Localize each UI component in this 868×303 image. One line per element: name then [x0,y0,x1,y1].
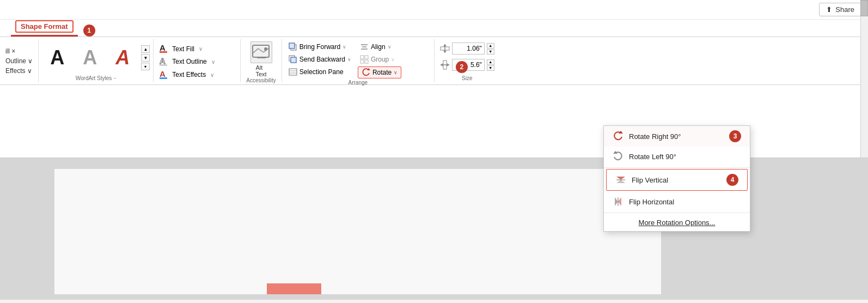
arrange-top: Bring Forward ∨ Send Backward ∨ [286,41,430,78]
rotate-left-label: Rotate Left 90° [629,153,676,161]
rotate-button[interactable]: Rotate ∨ [358,66,401,78]
text-effects-label: Text Effects [172,71,206,78]
svg-text:A: A [160,69,166,78]
bring-forward-chevron: ∨ [343,44,346,50]
text-outline-item[interactable]: A Text Outline ∨ [159,56,235,68]
svg-rect-5 [160,77,167,79]
svg-text:A: A [160,43,166,52]
wordart-scroll-open[interactable]: ▾ [141,63,150,70]
rotate-dropdown-menu: Rotate Right 90° 3 Rotate Left 90° Fli [603,125,750,232]
send-backward-icon [289,55,297,64]
arrange-col-1: Bring Forward ∨ Send Backward ∨ [286,41,353,77]
badge-2: 2 [456,61,468,73]
svg-marker-29 [443,51,447,53]
text-fill-item[interactable]: A Text Fill ∨ [159,43,235,55]
wordart-scroll: ▲ ▼ ▾ [141,45,150,70]
rotate-right-item[interactable]: Rotate Right 90° 3 [604,126,750,147]
wordart-expand-icon[interactable]: ⌐ [114,76,117,81]
text-options-group: A Text Fill ∨ A Text Outline ∨ [154,39,241,82]
selection-pane-button[interactable]: Selection Pane [286,66,353,77]
wordart-letter-black[interactable]: A [42,43,72,73]
red-accent [267,283,321,294]
accessibility-group: AltText Accessibility [241,39,282,82]
wordart-label-text: WordArt Styles [76,75,112,81]
tab-bar: Shape Format 1 [0,20,868,37]
rotate-right-icon [613,131,624,142]
share-label: Share [835,5,854,14]
group-icon [360,55,369,64]
wordart-letter-orange[interactable]: A [107,43,138,73]
tab-shape-format[interactable]: Shape Format [11,18,78,37]
height-increment[interactable]: ▲ [487,43,494,49]
effects-partial-label[interactable]: Effects ∨ [5,66,33,76]
rotate-left-item[interactable]: Rotate Left 90° [604,147,750,166]
rotate-icon [362,68,370,77]
ribbon-scroll-thumb[interactable] [860,0,868,16]
group-button[interactable]: Group ∨ [358,54,401,65]
flip-horizontal-item[interactable]: Flip Horizontal [604,192,750,211]
wordart-scroll-down[interactable]: ▼ [141,54,150,62]
share-button[interactable]: ⬆ Share [819,3,861,16]
alt-text-icon [250,41,272,63]
left-partial-group: ill × Outline ∨ Effects ∨ [0,39,39,82]
more-rotation-options-label: More Rotation Options... [639,219,716,227]
fill-partial-label: ill × [5,46,33,56]
arrange-group: Bring Forward ∨ Send Backward ∨ [282,39,435,82]
size-group: ▲ ▼ ▲ ▼ Size [435,39,500,82]
shape-format-box: Shape Format [15,20,74,33]
align-icon [360,43,369,51]
align-button[interactable]: Align ∨ [358,41,401,52]
arrange-col-2: Align ∨ Group ∨ [358,41,401,78]
svg-rect-15 [291,57,296,63]
text-effects-icon: A [159,69,169,81]
height-spinners: ▲ ▼ [487,43,494,54]
wordart-scroll-up[interactable]: ▲ [141,45,150,53]
svg-marker-28 [443,44,447,46]
bring-forward-button[interactable]: Bring Forward ∨ [286,41,353,52]
flip-vertical-label: Flip Vertical [632,176,668,184]
dropdown-divider-2 [604,213,750,213]
rotate-chevron: ∨ [394,70,398,75]
send-backward-button[interactable]: Send Backward ∨ [286,54,353,65]
text-fill-chevron: ∨ [199,46,203,52]
align-label: Align [371,43,386,51]
flip-vertical-item[interactable]: Flip Vertical 4 [606,169,748,191]
outline-partial-label[interactable]: Outline ∨ [5,56,33,66]
text-fill-label: Text Fill [172,45,194,53]
svg-marker-40 [615,197,618,206]
wordart-group-label: WordArt Styles ⌐ [42,75,150,81]
text-effects-chevron: ∨ [210,72,214,78]
text-outline-label: Text Outline [172,58,206,65]
more-rotation-options-button[interactable]: More Rotation Options... [604,214,750,231]
alt-text-label: AltText [256,64,267,77]
ribbon-scrollbar[interactable] [860,0,868,157]
rotate-left-icon [613,151,624,162]
text-effects-item[interactable]: A Text Effects ∨ [159,69,235,81]
svg-marker-41 [618,197,621,206]
height-input-row: ▲ ▼ [440,43,494,54]
send-backward-chevron: ∨ [347,57,351,62]
width-icon [440,60,450,70]
badge-4: 4 [726,174,738,186]
alt-text-button[interactable]: AltText [250,41,272,77]
selection-pane-icon [289,68,297,76]
badge-3: 3 [729,130,741,142]
svg-rect-3 [160,64,167,66]
height-decrement[interactable]: ▼ [487,49,494,54]
wordart-letter-gray[interactable]: A [75,43,105,73]
svg-marker-37 [616,177,625,180]
height-input[interactable] [452,43,485,54]
height-icon [440,44,450,53]
group-chevron: ∨ [391,57,395,62]
svg-rect-16 [289,69,297,75]
svg-text:A: A [160,56,166,65]
size-label: Size [462,75,472,81]
rotate-label: Rotate [372,69,392,76]
svg-marker-32 [441,63,443,66]
wordart-styles-group: A A A ▲ ▼ ▾ WordArt Styles ⌐ [39,39,154,82]
top-bar: ⬆ Share [0,0,868,20]
svg-line-7 [253,49,258,53]
ribbon-main: ill × Outline ∨ Effects ∨ A A A ▲ ▼ ▾ Wo… [0,37,868,85]
width-increment[interactable]: ▲ [487,59,494,65]
width-decrement[interactable]: ▼ [487,65,494,71]
